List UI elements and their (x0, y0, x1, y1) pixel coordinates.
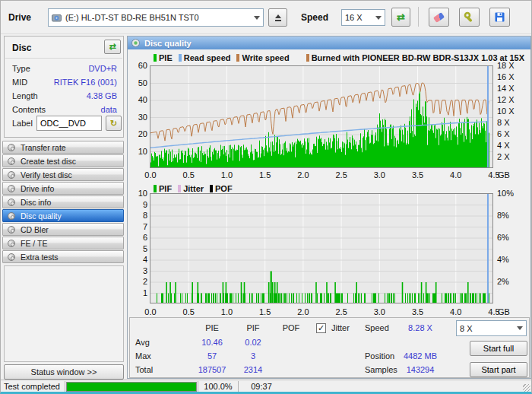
progress-percent: 100.0% (200, 382, 236, 391)
legend-label: Write speed (242, 53, 289, 62)
chart1-left-tick: 40 (129, 95, 147, 104)
disc-quality-panel: Disc quality PIERead speedWrite speedBur… (127, 36, 531, 379)
chart1-x-tick: 2.0 (295, 170, 312, 180)
disc-info-panel: Disc ⇄ Type DVD+R MID RITEK F16 (001) Le… (4, 36, 124, 138)
speed-select[interactable]: 16 X (341, 9, 385, 26)
erase-disc-button[interactable] (429, 8, 449, 27)
jitter-label: Jitter (331, 323, 350, 332)
scan-speed-select[interactable]: 8 X (456, 320, 527, 336)
panel-title: Disc quality (144, 39, 192, 48)
sidebar-empty-panel (4, 265, 124, 362)
disc-row-mid: MID RITEK F16 (001) (12, 78, 117, 87)
sidebar-item-label: Drive info (21, 184, 54, 193)
chart1-right-tick: 10 X (497, 106, 515, 116)
toolbar: Drive (E:) HL-DT-ST BD-RE BH51N TST0 Spe… (1, 1, 531, 34)
start-part-button[interactable]: Start part (470, 362, 527, 377)
sidebar-item-label: Transfer rate (21, 143, 66, 152)
disc-icon (8, 253, 15, 261)
label-input[interactable] (36, 116, 102, 131)
chart2-left-tick: 5 (129, 244, 147, 253)
disc-row-value: data (101, 105, 117, 114)
chart2-left-tick: 7 (129, 222, 147, 231)
pif-chart (150, 193, 493, 303)
legend-label: Read speed (184, 53, 231, 62)
sidebar-item-transfer-rate[interactable]: Transfer rate (2, 141, 124, 154)
chart1-x-tick: 1.5 (257, 170, 274, 180)
refresh-icon: ⇄ (397, 12, 405, 22)
disc-refresh-button[interactable]: ⇄ (104, 40, 121, 54)
legend-swatch (154, 54, 157, 62)
label-refresh-button[interactable]: ↻ (106, 116, 122, 131)
divider (238, 381, 239, 392)
app-window: Drive (E:) HL-DT-ST BD-RE BH51N TST0 Spe… (0, 0, 532, 394)
sidebar-item-create-test-disc[interactable]: Create test disc (2, 154, 124, 167)
legend-label: PIE (159, 53, 173, 62)
chart1-legend: PIERead speedWrite speedBurned with PION… (154, 53, 524, 62)
resize-grip[interactable] (523, 384, 530, 392)
status-text: Test completed (4, 382, 60, 391)
chart2-left-tick: 2 (129, 277, 147, 286)
chart2-x-tick: 4.0 (448, 307, 464, 316)
max-pif-value: 3 (230, 351, 276, 361)
chart2-x-tick: 0.5 (180, 307, 197, 316)
samples-stat-value: 143294 (394, 365, 447, 374)
sidebar-item-fe-te[interactable]: FE / TE (2, 237, 124, 249)
stats-row-label: Total (135, 365, 153, 374)
chart2-left-tick: 3 (129, 266, 147, 275)
chart2-x-unit: GB (498, 307, 510, 316)
sidebar-item-disc-info[interactable]: Disc info (2, 195, 124, 208)
toolbar-separator (418, 7, 419, 27)
disc-icon (8, 144, 15, 151)
stats-row-label: Max (135, 351, 151, 361)
disc-row-length: Length 4.38 GB (12, 91, 117, 100)
sidebar-item-label: Verify test disc (21, 170, 72, 180)
disc-icon (8, 157, 15, 165)
save-button[interactable] (489, 8, 510, 27)
sidebar-item-drive-info[interactable]: Drive info (2, 182, 124, 195)
avg-pie-value: 10.46 (189, 338, 235, 347)
chart2-left-tick: 1 (129, 288, 147, 297)
chart2-left-tick: 8 (129, 211, 147, 220)
chart2-x-tick: 2.5 (333, 307, 350, 316)
chart1-right-tick: 8 X (497, 118, 510, 127)
status-window-button-label: Status window >> (31, 367, 97, 377)
legend-swatch (236, 54, 239, 62)
jitter-checkbox[interactable]: ✓ (316, 323, 326, 333)
legend-label: POF (215, 184, 233, 193)
refresh-button[interactable]: ⇄ (391, 8, 410, 27)
chart1-x-tick: 3.5 (410, 170, 426, 180)
chart1-x-unit: GB (498, 170, 510, 180)
chart2-right-tick: 10% (497, 189, 514, 198)
disc-row-type: Type DVD+R (12, 64, 117, 73)
eject-icon (274, 13, 283, 22)
eject-button[interactable] (268, 8, 287, 27)
status-window-button[interactable]: Status window >> (4, 364, 124, 380)
chart2-legend: PIFJitterPOF (154, 184, 239, 193)
sidebar-item-verify-test-disc[interactable]: Verify test disc (2, 168, 124, 181)
sidebar-item-disc-quality[interactable]: Disc quality (2, 209, 124, 222)
chart1-x-tick: 0.0 (142, 170, 159, 180)
elapsed-time: 09:37 (241, 382, 282, 391)
stats-header-pie: PIE (189, 323, 235, 332)
tools-button[interactable] (459, 8, 480, 27)
chart2-x-tick: 3.0 (371, 307, 388, 316)
legend-swatch (154, 185, 157, 192)
wrench-icon (464, 11, 475, 23)
scan-speed-value: 8 X (460, 324, 473, 333)
chart1-left-tick: 60 (129, 61, 147, 70)
total-pif-value: 2314 (230, 365, 276, 374)
sidebar-item-label: Disc quality (21, 211, 62, 221)
chart2-x-tick: 1.0 (218, 307, 235, 316)
max-pie-value: 57 (189, 351, 235, 361)
sidebar-item-extra-tests[interactable]: Extra tests (2, 250, 124, 263)
stats-header-pof: POF (268, 323, 314, 332)
speed-select-value: 16 X (345, 13, 363, 22)
legend-swatch (179, 54, 182, 62)
start-full-button[interactable]: Start full (470, 341, 527, 356)
drive-select[interactable]: (E:) HL-DT-ST BD-RE BH51N TST0 (48, 8, 264, 27)
disc-icon (8, 240, 15, 247)
progress-bar-fill (67, 383, 196, 391)
sidebar-item-cd-bler[interactable]: CD Bler (2, 223, 124, 236)
chart2-x-tick: 1.5 (257, 307, 274, 316)
speed-stat-value: 8.28 X (394, 323, 447, 332)
